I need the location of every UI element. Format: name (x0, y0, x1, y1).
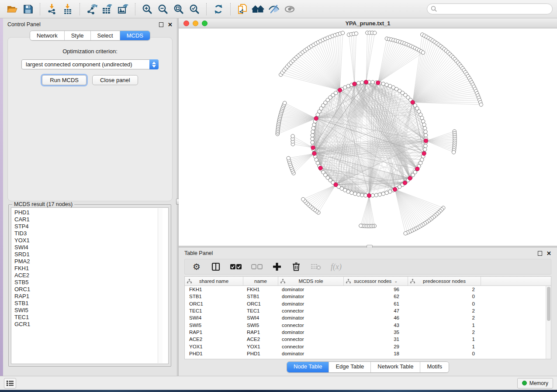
leaf-node[interactable] (452, 150, 455, 154)
mcds-node[interactable] (364, 80, 368, 84)
mcds-node[interactable] (422, 151, 426, 155)
mcds-result-list[interactable]: PHD1CAR1STP4TID3YOX1SWI4SRD1PMA2FKH1ACE2… (11, 207, 169, 364)
node[interactable] (424, 130, 427, 134)
column-header-predecessor-nodes[interactable]: predecessor nodes (408, 277, 481, 285)
leaf-node[interactable] (373, 31, 377, 34)
open-file-button[interactable] (4, 2, 20, 17)
delete-column-button[interactable] (291, 261, 301, 272)
column-header-successor-nodes[interactable]: successor nodes⌄ (344, 277, 408, 285)
node[interactable] (422, 123, 426, 126)
table-scrollbar[interactable] (546, 286, 551, 359)
node[interactable] (424, 144, 427, 148)
window-minimize-button[interactable] (193, 21, 198, 26)
mcds-node[interactable] (318, 166, 322, 170)
mcds-result-item[interactable]: GCR1 (14, 321, 168, 328)
export-network-button[interactable] (84, 2, 100, 17)
node[interactable] (312, 123, 316, 126)
column-header-name[interactable]: name (243, 277, 278, 285)
mcds-result-item[interactable]: STP4 (14, 223, 168, 230)
node[interactable] (311, 130, 315, 134)
hide-selected-button[interactable] (266, 2, 282, 17)
memory-button[interactable]: Memory (517, 378, 553, 389)
node[interactable] (421, 120, 425, 123)
table-row[interactable]: TEC1TEC1connector472 (185, 307, 546, 314)
node[interactable] (315, 158, 318, 162)
leaf-node[interactable] (301, 197, 305, 201)
leaf-node[interactable] (404, 231, 407, 235)
mcds-result-item[interactable]: PMA2 (14, 258, 168, 265)
network-graph[interactable] (179, 28, 557, 245)
mcds-result-item[interactable]: STB5 (14, 279, 168, 286)
mcds-node[interactable] (424, 139, 428, 143)
mcds-node[interactable] (334, 183, 338, 187)
list-scrollbar[interactable] (158, 208, 163, 363)
table-row[interactable]: FKH1FKH1dominator962 (185, 286, 546, 293)
tab-network[interactable]: Network (30, 31, 64, 40)
leaf-node[interactable] (421, 51, 425, 54)
delete-table-button-disabled[interactable] (311, 261, 321, 272)
mcds-node[interactable] (415, 167, 419, 171)
mcds-node[interactable] (338, 88, 342, 92)
tab-edge-table[interactable]: Edge Table (329, 362, 370, 372)
node[interactable] (420, 116, 424, 120)
node[interactable] (360, 193, 364, 197)
leaf-node[interactable] (479, 103, 483, 106)
mcds-result-item[interactable]: FKH1 (14, 265, 168, 272)
mcds-node[interactable] (376, 81, 380, 85)
table-row[interactable]: ACE2ACE2connector311 (185, 336, 546, 343)
close-table-panel-button[interactable]: ✕ (547, 251, 551, 256)
save-session-button[interactable] (20, 2, 36, 17)
node[interactable] (311, 141, 314, 144)
tab-network-table[interactable]: Network Table (370, 362, 420, 372)
node[interactable] (385, 191, 388, 194)
leaf-node[interactable] (359, 224, 363, 227)
mcds-result-item[interactable]: SWI4 (14, 244, 168, 251)
deselect-all-button[interactable] (251, 261, 263, 272)
node[interactable] (378, 193, 381, 196)
table-row[interactable]: SWI4SWI4dominator462 (185, 314, 546, 321)
node[interactable] (381, 82, 385, 86)
float-table-panel-button[interactable] (538, 251, 542, 256)
zoom-selected-button[interactable] (187, 2, 202, 17)
zoom-out-button[interactable] (155, 2, 171, 17)
node[interactable] (374, 193, 378, 197)
export-table-button[interactable] (100, 2, 115, 17)
mcds-result-item[interactable]: STB1 (14, 300, 168, 307)
mcds-result-item[interactable]: SRD1 (14, 251, 168, 258)
mcds-node[interactable] (312, 151, 316, 155)
first-neighbors-button[interactable] (250, 2, 266, 17)
table-row[interactable]: STB1STB1dominator620 (185, 293, 546, 300)
table-row[interactable]: SWI5SWI5connector431 (185, 321, 546, 328)
mcds-result-item[interactable]: CAR1 (14, 216, 168, 223)
mcds-result-item[interactable]: TID3 (14, 230, 168, 237)
node[interactable] (371, 194, 374, 197)
column-header-MCDS-role[interactable]: MCDS role (278, 277, 344, 285)
mcds-result-item[interactable]: PHD1 (14, 209, 168, 216)
task-history-button[interactable] (4, 378, 16, 389)
scrollbar-thumb[interactable] (547, 287, 550, 321)
node[interactable] (356, 81, 360, 85)
mcds-result-item[interactable]: SWI5 (14, 307, 168, 314)
mcds-node[interactable] (367, 193, 371, 197)
run-mcds-button[interactable]: Run MCDS (42, 75, 86, 85)
zoom-fit-button[interactable] (171, 2, 187, 17)
network-window-titlebar[interactable]: YPA_prune.txt_1 (179, 18, 557, 28)
column-header-shared-name[interactable]: shared name (185, 277, 243, 285)
node[interactable] (360, 81, 364, 84)
mcds-result-item[interactable]: YOX1 (14, 237, 168, 244)
float-panel-button[interactable] (159, 22, 163, 27)
mcds-result-item[interactable]: ORC1 (14, 286, 168, 293)
export-image-button[interactable] (115, 2, 131, 17)
node[interactable] (371, 80, 374, 84)
tab-select[interactable]: Select (90, 31, 120, 40)
show-columns-button[interactable] (211, 261, 221, 272)
mcds-node[interactable] (314, 117, 318, 120)
mcds-node[interactable] (408, 176, 412, 180)
window-close-button[interactable] (183, 21, 189, 26)
node[interactable] (356, 193, 360, 196)
optimization-criterion-dropdown[interactable]: largest connected component (undirected) (21, 59, 159, 69)
node[interactable] (346, 84, 350, 88)
mcds-result-item[interactable]: RAP1 (14, 293, 168, 300)
tab-style[interactable]: Style (64, 31, 90, 40)
table-settings-button[interactable]: ⚙ (192, 261, 201, 272)
